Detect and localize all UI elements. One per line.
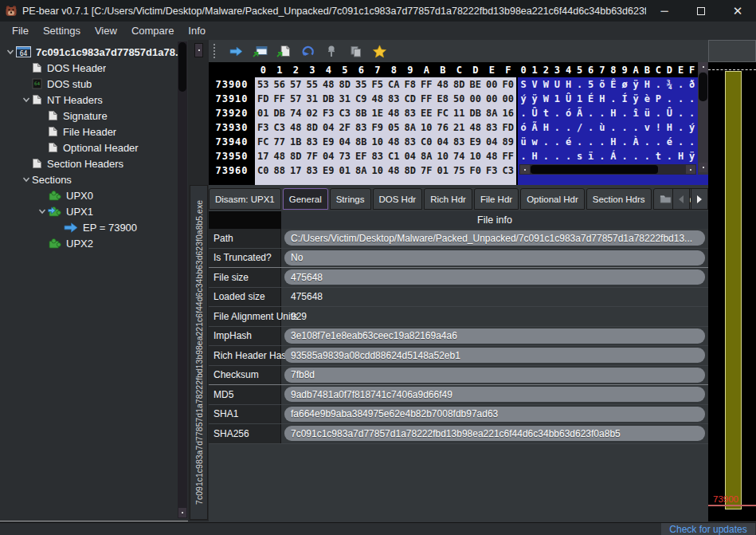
ascii-cell[interactable]: ÿ — [687, 149, 698, 163]
byte-cell[interactable]: 10 — [370, 163, 386, 178]
ascii-cell[interactable]: . — [687, 135, 698, 149]
export-window-icon[interactable] — [248, 41, 272, 61]
tree-scrollbar[interactable] — [178, 41, 187, 518]
tab-file-hdr[interactable]: File Hdr — [474, 188, 519, 210]
byte-cell[interactable]: 48 — [435, 77, 452, 92]
byte-cell[interactable]: FD — [255, 92, 272, 106]
byte-cell[interactable]: CA — [386, 77, 402, 92]
menu-item-settings[interactable]: Settings — [36, 23, 88, 38]
ascii-cell[interactable]: H — [608, 135, 619, 149]
ascii-cell[interactable]: . — [586, 135, 597, 149]
ascii-cell[interactable]: ÿ — [529, 92, 540, 106]
ascii-cell[interactable]: H — [540, 120, 551, 135]
byte-cell[interactable]: 74 — [288, 106, 304, 120]
byte-cell[interactable]: 88 — [272, 163, 288, 178]
byte-cell[interactable]: C0 — [255, 163, 272, 178]
ascii-cell[interactable]: . — [687, 92, 698, 106]
ascii-cell[interactable]: H — [608, 106, 619, 120]
ascii-cell[interactable]: ó — [518, 120, 529, 135]
tab-disasm-upx1[interactable]: Disasm: UPX1 — [209, 188, 281, 210]
byte-cell[interactable]: 1B — [288, 135, 304, 149]
byte-cell[interactable]: 8D — [337, 77, 354, 92]
byte-cell[interactable]: 16 — [500, 106, 517, 120]
ascii-cell[interactable]: . — [652, 106, 664, 120]
byte-cell[interactable]: C9 — [353, 92, 370, 106]
ascii-cell[interactable]: ü — [641, 106, 652, 120]
ascii-cell[interactable]: . — [540, 149, 551, 163]
byte-cell[interactable]: 00 — [468, 92, 484, 106]
byte-cell[interactable]: 50 — [451, 92, 468, 106]
byte-cell[interactable]: 48 — [386, 135, 402, 149]
ascii-cell[interactable]: . — [652, 77, 664, 92]
byte-cell[interactable]: 83 — [304, 135, 321, 149]
byte-cell[interactable]: 17 — [288, 163, 304, 178]
tree-item-7c091c1c983a7d77857d1a78-[interactable]: 647c091c1c983a7d77857d1a78... — [0, 44, 188, 60]
byte-cell[interactable]: 76 — [435, 120, 452, 135]
ascii-cell[interactable]: . — [676, 77, 687, 92]
ascii-cell[interactable]: 5 — [586, 77, 597, 92]
ascii-cell[interactable]: É — [586, 92, 597, 106]
ascii-cell[interactable]: . — [619, 149, 630, 163]
byte-cell[interactable]: 48 — [386, 163, 402, 178]
byte-cell[interactable]: FD — [500, 120, 517, 135]
byte-cell[interactable]: 8A — [402, 120, 419, 135]
byte-cell[interactable]: F9 — [370, 120, 386, 135]
ascii-cell[interactable]: . — [586, 106, 597, 120]
ascii-cell[interactable]: Û — [562, 92, 574, 106]
byte-cell[interactable]: 83 — [386, 92, 402, 106]
byte-cell[interactable]: 04 — [435, 135, 452, 149]
byte-cell[interactable]: FF — [500, 149, 517, 163]
ascii-cell[interactable]: é — [664, 135, 675, 149]
tree-scroll-down-button[interactable] — [178, 508, 186, 517]
byte-cell[interactable]: DB — [320, 92, 337, 106]
byte-cell[interactable]: E8 — [435, 92, 452, 106]
byte-cell[interactable]: 17 — [255, 149, 272, 163]
tab-section-hdrs[interactable]: Section Hdrs — [586, 188, 652, 210]
tree-item-sections[interactable]: Sections — [0, 171, 188, 187]
ascii-cell[interactable]: w — [529, 135, 540, 149]
hscroll-right-button[interactable] — [686, 165, 695, 174]
byte-cell[interactable]: 8B — [353, 106, 370, 120]
byte-cell[interactable]: 8D — [402, 163, 419, 178]
byte-cell[interactable]: FF — [418, 92, 435, 106]
ascii-cell[interactable]: 1 — [551, 92, 562, 106]
byte-cell[interactable]: 83 — [402, 106, 419, 120]
ascii-cell[interactable]: . — [597, 149, 608, 163]
byte-cell[interactable]: 00 — [484, 77, 500, 92]
ascii-cell[interactable]: . — [608, 92, 619, 106]
byte-cell[interactable]: 7F — [304, 149, 321, 163]
ascii-cell[interactable]: V — [529, 77, 540, 92]
ascii-cell[interactable]: Ã — [529, 120, 540, 135]
ascii-cell[interactable]: H — [641, 77, 652, 92]
byte-cell[interactable]: 53 — [255, 77, 272, 92]
ascii-cell[interactable]: . — [630, 149, 641, 163]
tree-item-dos-stub[interactable]: 64DOS stub — [0, 76, 188, 92]
byte-cell[interactable]: C3 — [272, 120, 288, 135]
ascii-cell[interactable]: . — [676, 120, 687, 135]
ascii-cell[interactable]: 1 — [574, 92, 586, 106]
export-file-icon[interactable] — [272, 41, 296, 61]
ascii-cell[interactable]: . — [687, 106, 698, 120]
ascii-cell[interactable]: . — [619, 106, 630, 120]
byte-cell[interactable]: 35 — [353, 77, 370, 92]
ascii-cell[interactable]: H — [664, 120, 675, 135]
vscroll-down-button[interactable] — [699, 163, 707, 172]
pin-icon[interactable] — [319, 41, 343, 61]
ascii-cell[interactable]: H — [597, 92, 608, 106]
tree-scrollbar-thumb[interactable] — [178, 42, 186, 92]
ascii-cell[interactable]: . — [574, 77, 586, 92]
ascii-cell[interactable]: ! — [652, 120, 664, 135]
ascii-cell[interactable]: À — [630, 135, 641, 149]
splitter-handle[interactable] — [194, 43, 203, 57]
byte-cell[interactable]: DB — [272, 106, 288, 120]
ascii-cell[interactable]: Á — [608, 149, 619, 163]
ascii-cell[interactable]: è — [641, 92, 652, 106]
menu-item-view[interactable]: View — [88, 23, 124, 38]
byte-cell[interactable]: FC — [435, 106, 452, 120]
ascii-cell[interactable]: ù — [597, 120, 608, 135]
ascii-cell[interactable]: . — [551, 120, 562, 135]
ascii-cell[interactable]: ÿ — [630, 92, 641, 106]
tab-rich-hdr[interactable]: Rich Hdr — [424, 188, 472, 210]
ascii-cell[interactable]: W — [540, 92, 551, 106]
byte-cell[interactable]: 01 — [255, 106, 272, 120]
